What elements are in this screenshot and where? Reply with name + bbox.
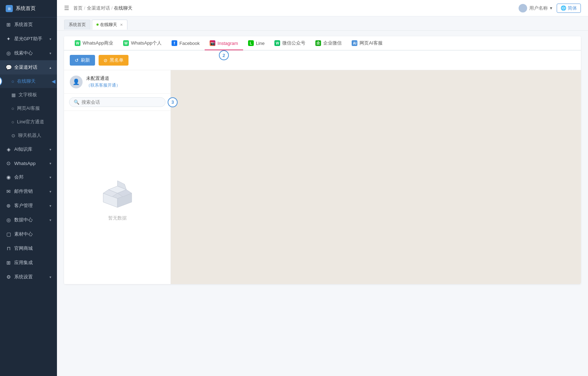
search-input[interactable] xyxy=(82,99,161,105)
sidebar-item-email-marketing[interactable]: ✉ 邮件营销 ▾ xyxy=(0,184,57,199)
web-ai-icon: ○ xyxy=(11,106,14,111)
channel-tab-web-ai[interactable]: AI 网页AI客服 xyxy=(347,36,387,51)
chevron-icon: ▾ xyxy=(49,204,51,208)
sidebar-item-customer-mgmt[interactable]: ⊛ 客户管理 ▾ xyxy=(0,199,57,213)
sidebar-item-label: 官网商城 xyxy=(14,245,33,252)
panel-channel-name: 未配置通道 xyxy=(86,75,120,82)
template-icon: ▦ xyxy=(11,92,16,98)
media-icon: ▢ xyxy=(6,231,11,237)
avatar xyxy=(519,4,527,12)
instagram-icon: 📷 xyxy=(210,40,215,46)
tab-close-icon[interactable]: ✕ xyxy=(120,23,123,27)
chat-icon: 💬 xyxy=(6,65,11,70)
sidebar-logo[interactable]: ⊞ 系统首页 xyxy=(0,0,57,17)
panel-header: 👤 未配置通道 （联系客服开通） xyxy=(64,70,170,94)
top-header: ☰ 首页 / 全渠道对话 / 在线聊天 用户名称 ▾ 🌐 简体 xyxy=(57,0,588,16)
page-wrapper: W WhatsApp商业 W WhatsApp个人 f Facebook 📷 I… xyxy=(64,36,581,284)
sidebar-item-all-channels[interactable]: 💬 全渠道对话 ▴ xyxy=(0,60,57,74)
sidebar-sub-item-label: Line官方通道 xyxy=(17,119,44,125)
sidebar-logo-text: 系统首页 xyxy=(16,5,36,12)
channel-tab-whatsapp-personal[interactable]: W WhatsApp个人 xyxy=(118,36,167,51)
chevron-icon: ▾ xyxy=(49,175,51,179)
sidebar-sub-item-label: 聊天机器人 xyxy=(18,132,41,139)
user-name: 用户名称 xyxy=(529,5,548,11)
sidebar-item-ai-knowledge[interactable]: ◈ AI知识库 ▾ xyxy=(0,142,57,156)
sidebar-sub-item-web-ai[interactable]: ○ 网页AI客服 xyxy=(0,102,57,115)
user-chevron-icon: ▾ xyxy=(550,5,552,11)
channel-tab-enterprise-wechat[interactable]: 企 企业微信 xyxy=(310,36,347,51)
tab-home[interactable]: 系统首页 xyxy=(64,20,90,30)
sidebar-item-meeting[interactable]: ◉ 会邦 ▾ xyxy=(0,170,57,184)
channel-tab-label: 企业微信 xyxy=(323,40,342,46)
refresh-icon: ↺ xyxy=(75,58,79,63)
breadcrumb-home[interactable]: 首页 xyxy=(73,5,83,11)
sidebar-sub-item-chat-robot[interactable]: ⊙ 聊天机器人 xyxy=(0,129,57,142)
user-info[interactable]: 用户名称 ▾ xyxy=(519,4,552,12)
channel-tab-label: 网页AI客服 xyxy=(359,40,382,46)
sidebar-sub-item-line-channel[interactable]: ○ Line官方通道 xyxy=(0,115,57,129)
email-icon: ✉ xyxy=(6,189,11,194)
sidebar-item-home[interactable]: ⊞ 系统首页 xyxy=(0,17,57,32)
header-left: ☰ 首页 / 全渠道对话 / 在线聊天 xyxy=(64,5,132,11)
sidebar-item-data-center[interactable]: ◎ 数据中心 ▾ xyxy=(0,213,57,227)
blacklist-button[interactable]: ⊘ 黑名单 xyxy=(99,55,128,66)
sidebar-item-leads[interactable]: ◎ 线索中心 ▾ xyxy=(0,46,57,60)
menu-icon[interactable]: ☰ xyxy=(64,5,69,11)
sidebar-item-label: 客户管理 xyxy=(14,202,33,209)
online-chat-icon: ○ xyxy=(11,79,14,84)
lang-button[interactable]: 🌐 简体 xyxy=(557,4,581,13)
sidebar-sub-item-online-chat[interactable]: ○ 在线聊天 1 ◀ xyxy=(0,74,57,88)
meeting-icon: ◉ xyxy=(6,174,11,180)
sidebar-sub-item-label: 网页AI客服 xyxy=(17,105,40,112)
chevron-icon: ▾ xyxy=(49,275,51,279)
panel-channel-link[interactable]: （联系客服开通） xyxy=(86,82,120,88)
sidebar-item-media-center[interactable]: ▢ 素材中心 xyxy=(0,227,57,241)
arrow-icon: ◀ xyxy=(52,78,56,84)
channel-tab-label: Line xyxy=(256,41,265,46)
annotation-1: 1 xyxy=(0,76,2,86)
chevron-icon: ▾ xyxy=(49,190,51,194)
channel-tab-line[interactable]: L Line xyxy=(243,37,270,50)
sidebar-item-system-settings[interactable]: ⚙ 系统设置 ▾ xyxy=(0,270,57,284)
whatsapp-biz-icon: W xyxy=(75,40,80,46)
wechat-public-icon: W xyxy=(274,40,280,46)
refresh-label: 刷新 xyxy=(81,57,90,63)
whatsapp-icon: ⊙ xyxy=(6,160,11,166)
tab-online-chat[interactable]: 在线聊天 ✕ xyxy=(92,20,127,30)
panel-avatar: 👤 xyxy=(70,76,83,88)
channel-tab-label: 微信公众号 xyxy=(282,40,305,46)
avatar-icon: 👤 xyxy=(73,78,80,85)
breadcrumb-current: 在线聊天 xyxy=(114,5,132,11)
main-content: ☰ 首页 / 全渠道对话 / 在线聊天 用户名称 ▾ 🌐 简体 系统首页 xyxy=(57,0,588,376)
tab-online-chat-label: 在线聊天 xyxy=(100,22,117,28)
sidebar-item-label: 星光GPT助手 xyxy=(14,36,42,42)
line-tab-icon: L xyxy=(248,40,254,46)
chevron-icon: ▾ xyxy=(49,148,51,151)
sidebar-sub-item-text-template[interactable]: ▦ 文字模板 xyxy=(0,88,57,102)
conv-list-panel: 👤 未配置通道 （联系客服开通） 🔍 3 xyxy=(64,70,171,284)
sidebar-item-whatsapp[interactable]: ⊙ WhatsApp ▾ xyxy=(0,156,57,170)
sidebar-item-app-integration[interactable]: ⊞ 应用集成 xyxy=(0,256,57,270)
channel-tab-label: WhatsApp商业 xyxy=(83,40,113,46)
home-icon: ⊞ xyxy=(6,22,11,27)
breadcrumb-channels[interactable]: 全渠道对话 xyxy=(87,5,110,11)
channel-tab-instagram[interactable]: 📷 Instagram 2 xyxy=(205,37,243,50)
chevron-icon: ▾ xyxy=(49,51,51,55)
refresh-button[interactable]: ↺ 刷新 xyxy=(70,55,95,66)
channel-tab-wechat-public[interactable]: W 微信公众号 xyxy=(269,36,310,51)
sidebar-item-official-store[interactable]: ⊓ 官网商城 xyxy=(0,241,57,256)
panel-channel-info: 未配置通道 （联系客服开通） xyxy=(86,75,120,88)
header-right: 用户名称 ▾ 🌐 简体 xyxy=(519,4,581,13)
sidebar-item-label: 线索中心 xyxy=(14,50,33,56)
sidebar-item-ai-assistant[interactable]: ✦ 星光GPT助手 ▾ xyxy=(0,32,57,46)
enterprise-wechat-icon: 企 xyxy=(315,40,321,46)
star-icon: ✦ xyxy=(6,36,11,42)
globe-icon: 🌐 xyxy=(561,5,566,11)
sidebar-item-label: 邮件营销 xyxy=(14,188,33,195)
channel-tab-facebook[interactable]: f Facebook xyxy=(167,37,205,50)
channel-tab-whatsapp-biz[interactable]: W WhatsApp商业 xyxy=(70,36,118,51)
blacklist-label: 黑名单 xyxy=(110,57,124,63)
empty-box-svg xyxy=(96,174,139,209)
sidebar-item-label: 全渠道对话 xyxy=(14,64,37,71)
knowledge-icon: ◈ xyxy=(6,146,11,152)
